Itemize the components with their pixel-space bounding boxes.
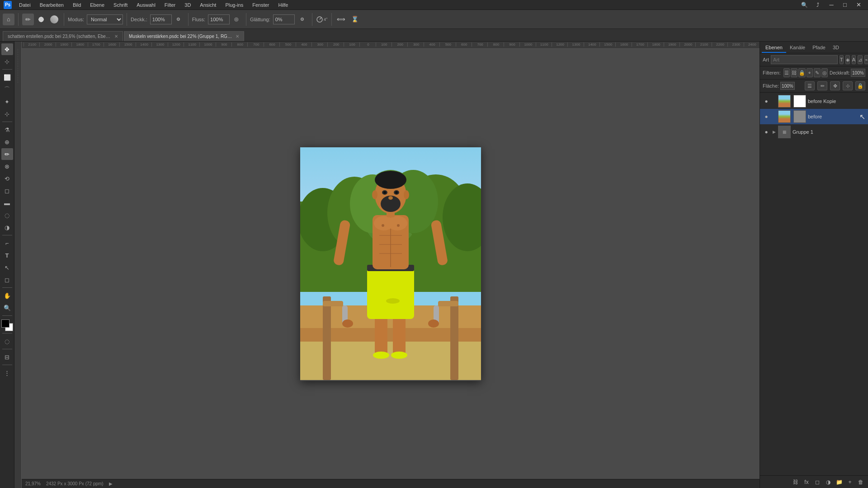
layers-search-input[interactable] (771, 55, 838, 64)
opacity-settings-btn[interactable]: ⚙ (173, 14, 184, 25)
filter-smart-btn[interactable]: ⌁ (864, 55, 868, 64)
lock-position-btn[interactable]: ✥ (830, 81, 840, 90)
menu-plugins[interactable]: Plug-ins (222, 1, 247, 9)
blur-tool[interactable]: ◌ (1, 209, 13, 221)
tab-3d[interactable]: 3D (829, 43, 843, 53)
filter-shape-btn[interactable]: ⊿ (858, 55, 863, 64)
quick-mask-btn[interactable]: ◌ (1, 335, 13, 347)
shape-tool[interactable]: ◻ (1, 274, 13, 286)
eyedropper-tool[interactable]: ⚗ (1, 124, 13, 136)
new-layer-btn[interactable]: + (845, 478, 854, 487)
artboard-tool[interactable]: ⊹ (1, 56, 13, 67)
filter-vis-btn[interactable]: ⚬ (807, 68, 813, 77)
history-btn[interactable]: ⌛ (349, 14, 361, 25)
flow-airbrush-btn[interactable]: ◎ (231, 14, 242, 25)
angle-btn[interactable]: 4° (316, 14, 328, 25)
zoom-tool[interactable]: 🔍 (1, 302, 13, 314)
filter-lock-btn[interactable]: 🔒 (798, 68, 806, 77)
smoothing-input[interactable] (273, 14, 295, 24)
brush-tool-btn[interactable]: ✏ (22, 14, 34, 25)
layer-item-before[interactable]: ● before ↖ (760, 109, 868, 124)
lock-all-btn[interactable]: 🔒 (855, 81, 865, 90)
opacity-group: ⚙ (150, 14, 184, 25)
brush-hardness-btn[interactable] (48, 14, 60, 25)
dodge-tool[interactable]: ◑ (1, 221, 13, 233)
flow-input[interactable] (208, 14, 230, 24)
history-brush-tool[interactable]: ⟲ (1, 173, 13, 184)
clone-tool[interactable]: ⊗ (1, 160, 13, 172)
filter-color-btn[interactable]: ◎ (821, 68, 828, 77)
opacity-input[interactable] (150, 14, 172, 24)
visibility-before[interactable]: ● (763, 113, 770, 120)
tab-muskeln-close[interactable]: ✕ (236, 34, 239, 39)
menu-ebene[interactable]: Ebene (86, 1, 108, 9)
search-btn[interactable]: 🔍 (798, 0, 810, 11)
menu-schrift[interactable]: Schrift (110, 1, 131, 9)
screen-mode-btn[interactable]: ⊟ (1, 351, 13, 363)
visibility-before-kopie[interactable]: ● (763, 98, 770, 105)
menu-3d[interactable]: 3D (181, 1, 194, 9)
tick-16: 600 (264, 42, 279, 47)
healing-tool[interactable]: ⊕ (1, 136, 13, 148)
extra-tools-btn[interactable]: ⋮ (1, 367, 13, 379)
type-tool[interactable]: T (1, 249, 13, 261)
marquee-tool[interactable]: ⬜ (1, 71, 13, 83)
menu-auswahl[interactable]: Auswahl (133, 1, 159, 9)
visibility-gruppe1[interactable]: ● (763, 128, 770, 136)
add-style-btn[interactable]: fx (802, 478, 811, 487)
lock-artboard-btn[interactable]: ⊹ (843, 81, 853, 90)
crop-tool[interactable]: ⊹ (1, 108, 13, 120)
menu-bild[interactable]: Bild (69, 1, 85, 9)
path-select-tool[interactable]: ↖ (1, 262, 13, 273)
add-adjustment-btn[interactable]: ◑ (824, 478, 833, 487)
layer-item-gruppe1[interactable]: ● ▶ ▦ Gruppe 1 (760, 124, 868, 140)
opacity-layer-input[interactable] (851, 69, 865, 77)
window-minimize-btn[interactable]: ─ (826, 0, 837, 11)
filter-pixel-btn[interactable]: ☰ (783, 68, 790, 77)
filter-type-btn[interactable]: T (840, 55, 844, 64)
smoothing-settings-btn[interactable]: ⚙ (297, 14, 308, 25)
fill-input[interactable] (780, 82, 795, 90)
brush-picker-btn[interactable] (35, 14, 47, 25)
menu-bearbeiten[interactable]: Bearbeiten (36, 1, 67, 9)
symmetry-btn[interactable]: ⟺ (335, 14, 347, 25)
menu-hilfe[interactable]: Hilfe (274, 1, 292, 9)
window-restore-btn[interactable]: □ (839, 0, 851, 11)
add-mask-btn[interactable]: ◻ (813, 478, 822, 487)
move-tool[interactable]: ✥ (1, 43, 13, 55)
blend-mode-dropdown[interactable]: Normal (87, 14, 123, 24)
tab-ebenen[interactable]: Ebenen (762, 43, 786, 53)
menu-ansicht[interactable]: Ansicht (196, 1, 220, 9)
home-btn[interactable]: ⌂ (3, 14, 14, 25)
tab-muskeln[interactable]: Muskeln verstärken.psdc bei 22% (Gruppe … (124, 31, 244, 41)
tab-schatten-close[interactable]: ✕ (114, 34, 118, 39)
layer-item-before-kopie[interactable]: ● before Kopie (760, 94, 868, 109)
brush-tool[interactable]: ✏ (1, 148, 13, 160)
expand-gruppe1[interactable]: ▶ (772, 130, 776, 134)
canvas-area[interactable] (22, 49, 760, 479)
lock-pixels-btn[interactable]: ✏ (817, 81, 827, 90)
pen-tool[interactable]: ⌐ (1, 237, 13, 249)
menu-filter[interactable]: Filter (161, 1, 179, 9)
tab-pfade[interactable]: Pfade (809, 43, 829, 53)
menu-fenster[interactable]: Fenster (249, 1, 273, 9)
object-select-tool[interactable]: ✦ (1, 96, 13, 108)
tab-schatten[interactable]: schatten erstellen.psdc bei 23,6% (schat… (3, 31, 123, 41)
menu-datei[interactable]: Datei (15, 1, 34, 9)
gradient-tool[interactable]: ▬ (1, 197, 13, 209)
window-close-btn[interactable]: ✕ (853, 0, 864, 11)
delete-layer-btn[interactable]: 🗑 (856, 478, 865, 487)
tab-kanaele[interactable]: Kanäle (786, 43, 809, 53)
lock-transparent-btn[interactable]: ☰ (805, 81, 815, 90)
filter-link-btn[interactable]: ⛓ (791, 68, 797, 77)
add-group-btn[interactable]: 📁 (835, 478, 844, 487)
lasso-tool[interactable]: ⌒ (1, 84, 13, 95)
filter-art-btn[interactable]: ✎ (814, 68, 820, 77)
filter-adjust-btn[interactable]: ◈ (845, 55, 850, 64)
link-layers-btn[interactable]: ⛓ (791, 478, 800, 487)
foreground-color-swatch[interactable] (1, 319, 9, 328)
share-btn[interactable]: ⤴ (812, 0, 824, 11)
hand-tool[interactable]: ✋ (1, 290, 13, 301)
eraser-tool[interactable]: ◻ (1, 185, 13, 197)
filter-text-btn[interactable]: A (852, 55, 856, 64)
